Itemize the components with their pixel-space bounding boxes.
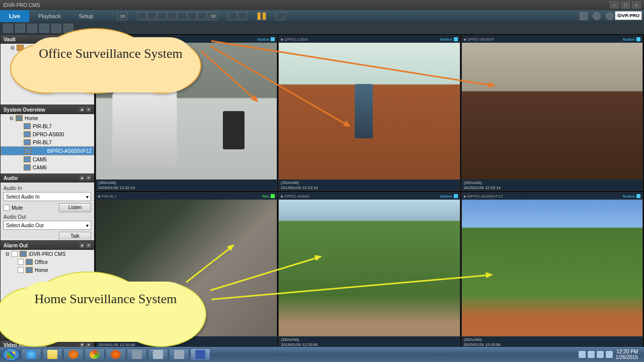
taskbar-app1[interactable] [127,348,147,360]
settings-gear-icon[interactable] [593,12,601,20]
panel-close-icon[interactable]: × [86,175,91,180]
multiscreen-button[interactable] [238,12,247,20]
brand-badge: iDVR-PRO [615,11,642,20]
start-button[interactable] [2,348,20,361]
mute-checkbox[interactable] [4,205,10,211]
alarm-root-checkbox[interactable] [12,251,18,257]
window-titlebar: iDVR-PRO CMS – □ × [0,0,644,10]
tree-cam-item[interactable]: CAM5 [1,155,94,163]
alarm-office[interactable]: Office [1,258,94,266]
status-dot-icon [454,37,458,41]
camera-icon [24,148,31,154]
taskbar-app3[interactable] [169,348,189,360]
feed-timestamp: 2015/01/26 12:22:14 [464,186,640,191]
windows-taskbar: 12:20 PM 1/26/2015 [0,347,644,362]
tool-snapshot-icon[interactable] [27,24,37,33]
tree-root-home[interactable]: ⊟Home [1,114,94,122]
video-cell[interactable]: ■ BIPRO-AS600VF12Motion(352x240)2015/01/… [461,192,643,348]
dvr-icon [26,267,33,273]
feed-name: ■ PIR-BL7 [98,194,117,199]
dvr-icon [16,115,23,121]
camera-icon [24,123,31,129]
video-feed[interactable] [279,200,459,336]
tool-ptz-icon[interactable] [51,24,61,33]
camera-icon [24,139,31,145]
app-title: iDVR-PRO CMS [3,3,40,8]
panel-close-icon[interactable]: × [86,243,91,248]
tab-setup[interactable]: Setup [70,10,103,22]
maximize-button[interactable]: □ [621,2,630,9]
layout-1x1-button[interactable] [137,12,146,20]
panel-collapse-icon[interactable]: ▴ [79,107,85,112]
tree-cam-item[interactable]: CAM6 [1,163,94,171]
feed-resolution: (352x240) [98,180,275,186]
panel-collapse-icon[interactable]: ▴ [79,243,85,248]
tool-record-icon[interactable] [39,24,49,33]
layout-5x5-button[interactable] [198,12,207,20]
layout-4x4-button[interactable] [188,12,197,20]
layout-1p5-button[interactable] [168,12,177,20]
layout-1p7-button[interactable] [178,12,187,20]
close-button[interactable]: × [632,2,641,9]
feed-status: Motion [440,37,452,42]
audio-out-select[interactable]: Select Audio Out▾ [4,221,91,230]
status-dot-icon [636,194,640,198]
feed-name: ■ BIPRO-AS600VF12 [464,194,503,199]
alarm-office-checkbox[interactable] [18,259,24,265]
panel-alarm-title: Alarm Out [4,243,28,248]
tab-live[interactable]: Live [0,10,29,22]
tool-tree-icon[interactable] [15,24,25,33]
tab-playback[interactable]: Playback [29,10,70,22]
alarm-root[interactable]: ⊟iDVR-PRO CMS [1,250,94,258]
video-cell[interactable]: ■ DPRO-AS600Motion(352x240)2015/01/26 12… [278,192,460,348]
panel-vault-title: Vault [4,37,16,42]
feed-timestamp: 2015/01/26 12:22:14 [98,186,275,191]
tool-screen-icon[interactable] [3,24,13,33]
talk-button[interactable]: Talk [59,232,91,241]
taskbar-cms[interactable] [190,348,210,360]
monitor-icon[interactable] [580,12,588,20]
video-feed[interactable] [462,200,642,336]
sequence-button[interactable] [276,12,285,20]
listen-button[interactable]: Listen [59,203,91,212]
taskbar-ie[interactable] [21,348,41,360]
status-dot-icon [454,194,458,198]
layout-2x2-button[interactable] [147,12,156,20]
tray-clock[interactable]: 12:20 PM 1/26/2015 [616,349,638,360]
layout-count[interactable]: 16 [117,12,127,20]
pause-button[interactable] [257,12,266,20]
minimize-button[interactable]: – [610,2,619,9]
feed-status: Motion [623,37,635,42]
taskbar-firefox[interactable] [106,348,126,360]
taskbar-app2[interactable] [148,348,168,360]
layout-more-button[interactable]: 18 [208,12,218,20]
server-icon [20,251,27,257]
panel-overview-title: System Overview [4,107,45,113]
fullscreen-button[interactable] [228,12,237,20]
audio-out-label: Audio Out [4,214,91,220]
tray-icons[interactable] [579,351,613,358]
video-feed[interactable] [279,43,459,179]
layout-3x3-button[interactable] [157,12,167,20]
video-cell[interactable]: ■ DPRO-9620VFMotion(352x240)2015/01/26 1… [461,35,643,191]
feed-timestamp: 2015/01/26 12:22:14 [281,186,457,191]
tree-cam-item[interactable]: BIPRO-AS600VF12 [1,146,94,155]
video-feed[interactable] [462,43,642,179]
search-icon[interactable] [606,12,614,20]
audio-in-select[interactable]: Select Audio In▾ [4,192,91,201]
taskbar-mediaplayer[interactable] [63,348,84,360]
tree-cam-item[interactable]: PIR-BL7 [1,122,94,130]
tree-cam-item[interactable]: PIR-BL7 [1,138,94,146]
audio-in-label: Audio In [4,186,91,191]
camera-icon [24,131,31,137]
status-dot-icon [271,194,275,198]
panel-audio-title: Audio [4,175,18,181]
alarm-home-checkbox[interactable] [18,267,24,273]
feed-name: ■ DPRO-9620VF [464,37,495,42]
panel-collapse-icon[interactable]: ▴ [79,175,85,180]
taskbar-chrome[interactable] [85,348,105,360]
panel-close-icon[interactable]: × [86,107,91,112]
video-cell[interactable]: ■ DPRO-L36WMotion(352x240)2015/01/26 12:… [278,35,460,191]
tree-cam-item[interactable]: DPRO-AS600 [1,130,94,138]
taskbar-explorer[interactable] [42,348,62,360]
